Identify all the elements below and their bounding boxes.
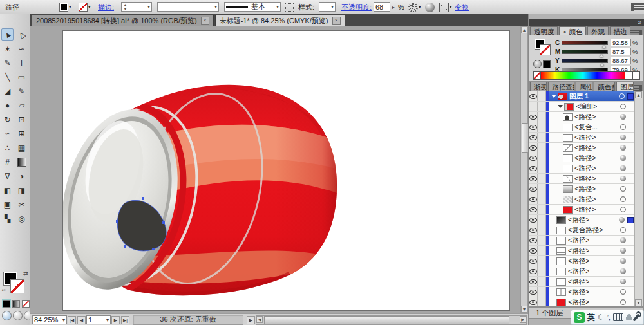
lock-toggle[interactable] <box>538 194 546 204</box>
lock-toggle[interactable] <box>538 297 546 307</box>
wrench-icon[interactable] <box>632 313 639 322</box>
pen-tool[interactable]: ✎ <box>1 57 14 69</box>
layer-row-content[interactable]: <路径> <box>549 256 643 266</box>
rectangle-tool[interactable]: ▭ <box>15 71 28 83</box>
layer-row-content[interactable]: <路径> <box>549 277 643 286</box>
free-transform-tool[interactable]: ⊞ <box>15 127 28 140</box>
layer-row-content[interactable]: <路径> <box>549 194 643 204</box>
spectrum-white-swatch[interactable] <box>633 71 640 80</box>
visibility-toggle[interactable] <box>529 91 538 101</box>
target-ball-icon[interactable] <box>620 165 626 171</box>
direct-selection-tool[interactable]: △ <box>15 28 28 41</box>
expand-triangle-icon[interactable] <box>558 105 563 108</box>
layer-row[interactable]: <路径> <box>529 215 643 225</box>
layer-row-content[interactable]: <复合... <box>549 122 643 132</box>
channel-slider-c[interactable] <box>562 41 608 45</box>
opacity-input[interactable]: 68 <box>374 2 390 12</box>
layer-row-content[interactable]: 图层 1 <box>549 91 643 101</box>
recolor-artwork-icon[interactable]: ▾ <box>408 2 421 12</box>
layer-row[interactable]: <路径> <box>529 277 643 287</box>
layer-row[interactable]: <路径> <box>529 163 643 174</box>
artboard[interactable] <box>62 30 510 311</box>
spectrum-ramp[interactable] <box>541 71 633 80</box>
next-page-button[interactable]: ▶ <box>111 316 120 324</box>
target-ball-icon[interactable] <box>620 237 626 243</box>
vertical-scrollbar[interactable]: ▲ ▼ <box>520 26 528 313</box>
horizontal-scroll-thumb[interactable] <box>264 316 509 324</box>
layer-row-content[interactable]: <路径> <box>549 112 643 122</box>
layer-row[interactable]: 图层 1 <box>529 91 643 102</box>
layer-row-content[interactable]: <路径> <box>549 287 643 297</box>
visibility-toggle[interactable] <box>529 153 538 163</box>
target-circle-icon[interactable] <box>620 124 626 130</box>
layer-row[interactable]: <路径> <box>529 236 643 246</box>
scale-tool[interactable]: ⊡ <box>15 113 28 125</box>
visibility-toggle[interactable] <box>529 256 538 266</box>
lock-toggle[interactable] <box>538 277 546 286</box>
language-mode-indicator[interactable]: 英 <box>587 312 595 323</box>
stroke-color-swatch[interactable]: ▾ <box>79 2 91 12</box>
layer-row[interactable]: <路径> <box>529 246 643 256</box>
target-ball-icon[interactable] <box>620 248 626 254</box>
visibility-toggle[interactable] <box>529 236 538 245</box>
default-fill-stroke-icon[interactable]: ▪▫ <box>2 287 6 293</box>
layer-row[interactable]: <路径> <box>529 112 643 122</box>
layers-scroll-up[interactable]: ▲ <box>635 91 642 98</box>
fill-stroke-proxy[interactable]: ⇄ ▪▫ <box>3 272 28 297</box>
zoom-tool[interactable]: ◎ <box>15 212 28 225</box>
visibility-toggle[interactable] <box>529 225 538 235</box>
layers-scrollbar[interactable]: ▲ ▼ <box>634 91 643 306</box>
shading-sphere-icon[interactable] <box>425 2 435 12</box>
horizontal-scrollbar[interactable]: ◀ ▶ <box>256 315 527 325</box>
visibility-toggle[interactable] <box>529 287 538 297</box>
opacity-spinner[interactable]: ▸ <box>392 2 395 12</box>
brush-definition-combo[interactable]: ▾ <box>157 2 219 12</box>
selection-tool[interactable]: ▲ <box>1 28 14 41</box>
lock-toggle[interactable] <box>538 133 546 142</box>
tab-close-icon[interactable]: × <box>332 17 341 25</box>
target-circle-icon[interactable] <box>620 289 626 295</box>
lock-toggle[interactable] <box>538 236 546 245</box>
lock-toggle[interactable] <box>538 122 546 132</box>
opacity-link[interactable]: 不透明度: <box>341 2 372 12</box>
channel-value-input[interactable]: 88.67 <box>611 57 631 64</box>
layer-row[interactable]: <编组> <box>529 102 643 112</box>
live-paint-selection-tool[interactable]: ◨ <box>15 184 28 196</box>
sogou-input-icon[interactable]: S <box>574 312 585 323</box>
layer-row[interactable]: <路径> <box>529 194 643 205</box>
visibility-toggle[interactable] <box>529 102 538 111</box>
document-tab-1[interactable]: 2008520195018684 [转换].ai* @ 100% (RGB/预览… <box>32 15 214 26</box>
layer-row-content[interactable]: <路径> <box>549 266 643 276</box>
lock-toggle[interactable] <box>538 143 546 153</box>
stroke-weight-combo[interactable]: ▲▼▾ <box>121 2 152 12</box>
slice-tool[interactable]: ✂ <box>15 198 28 210</box>
lock-toggle[interactable] <box>538 266 546 276</box>
swap-fill-stroke-icon[interactable]: ⇄ <box>23 270 28 277</box>
warp-tool[interactable]: ≈ <box>1 127 14 140</box>
target-circle-icon[interactable] <box>620 186 626 192</box>
layer-row[interactable]: <路径> <box>529 174 643 184</box>
spectrum-none-swatch[interactable] <box>533 71 541 80</box>
layers-scroll-down[interactable]: ▼ <box>635 299 642 306</box>
stroke-profile-combo[interactable]: 基本▾ <box>224 2 281 12</box>
lock-toggle[interactable] <box>538 102 546 111</box>
page-number-combo[interactable]: 1▾ <box>86 315 111 324</box>
layer-row-content[interactable]: <路径> <box>549 184 643 194</box>
magic-wand-tool[interactable]: ∗ <box>1 42 14 55</box>
visibility-toggle[interactable] <box>529 205 538 214</box>
visibility-toggle[interactable] <box>529 133 538 142</box>
paintbrush-tool[interactable]: ◢ <box>1 85 14 97</box>
punctuation-icon[interactable]: ’, <box>607 314 611 321</box>
target-circle-icon[interactable] <box>619 93 625 99</box>
target-circle-icon[interactable] <box>620 207 626 212</box>
symbol-sprayer-tool[interactable]: ∴ <box>1 142 14 154</box>
mesh-tool[interactable]: # <box>1 156 14 168</box>
layer-row[interactable]: <复合... <box>529 122 643 133</box>
lock-toggle[interactable] <box>538 184 546 194</box>
lock-toggle[interactable] <box>538 287 546 297</box>
layer-row-content[interactable]: <路径> <box>549 133 643 142</box>
column-graph-tool[interactable]: ▦ <box>15 142 28 154</box>
lock-toggle[interactable] <box>538 91 546 101</box>
scroll-down-arrow[interactable]: ▼ <box>521 306 527 313</box>
layer-row[interactable]: <路径> <box>529 256 643 266</box>
